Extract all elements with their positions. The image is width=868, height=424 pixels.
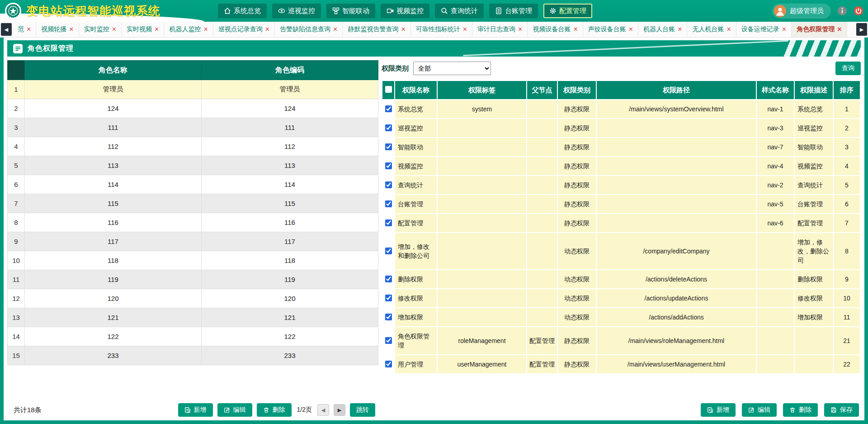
role-delete-button[interactable]: 删除	[257, 403, 292, 417]
permission-row[interactable]: 巡视监控静态权限nav-3巡视监控2	[382, 119, 860, 137]
role-name-cell: 121	[25, 308, 202, 327]
permission-checkbox-cell	[382, 233, 394, 269]
tab-8[interactable]: 可靠性指标统计×	[411, 22, 472, 37]
tab-11[interactable]: 声纹设备台账×	[583, 22, 638, 37]
permission-row[interactable]: 删除权限动态权限/actions/deleteActions删除权限9	[382, 270, 860, 288]
row-checkbox[interactable]	[385, 295, 392, 301]
tab-close-icon[interactable]: ×	[782, 26, 786, 33]
user-menu[interactable]: 超级管理员	[772, 4, 831, 19]
role-row[interactable]: 5113113	[8, 156, 378, 175]
tab-1[interactable]: 视频轮播×	[36, 22, 79, 37]
tab-13[interactable]: 无人机台账×	[687, 22, 736, 37]
tab-7[interactable]: 静默监视告警查询×	[343, 22, 410, 37]
permission-add-button[interactable]: 新增	[701, 403, 736, 417]
role-row[interactable]: 7115115	[8, 194, 378, 213]
tab-15[interactable]: 角色权限管理×	[792, 22, 847, 37]
info-button[interactable]	[837, 6, 847, 16]
nav-button-ledger-management[interactable]: 台账管理	[489, 4, 538, 18]
row-checkbox[interactable]	[385, 124, 392, 131]
role-row[interactable]: 2124124	[8, 99, 378, 118]
tab-close-icon[interactable]: ×	[203, 26, 208, 33]
tab-close-icon[interactable]: ×	[726, 26, 731, 33]
row-checkbox[interactable]	[385, 143, 392, 150]
nav-button-query-statistics[interactable]: 查询统计	[435, 4, 484, 18]
tab-6[interactable]: 告警缺陷信息查询×	[275, 22, 343, 37]
tab-4[interactable]: 机器人监控×	[164, 22, 213, 37]
tab-2[interactable]: 实时监控×	[79, 22, 122, 37]
tab-close-icon[interactable]: ×	[333, 26, 337, 33]
role-row[interactable]: 4112112	[8, 137, 378, 156]
nav-button-video-monitor[interactable]: 视频监控	[381, 4, 429, 18]
role-row[interactable]: 13121121	[8, 308, 378, 327]
role-row[interactable]: 14122122	[8, 327, 378, 346]
permission-type-select[interactable]: 全部	[413, 62, 491, 75]
permission-row[interactable]: 智能联动静态权限nav-7智能联动3	[382, 138, 860, 156]
nav-button-system-overview[interactable]: 系统总览	[218, 4, 267, 18]
permission-row[interactable]: 台账管理静态权限nav-5台账管理6	[382, 195, 860, 213]
permission-row[interactable]: 用户管理userManagement配置管理静态权限/main/views/us…	[382, 355, 860, 373]
permission-edit-button[interactable]: 编辑	[742, 403, 777, 417]
tab-10[interactable]: 视频设备台账×	[528, 22, 583, 37]
row-checkbox[interactable]	[385, 200, 392, 207]
role-row[interactable]: 11119119	[8, 270, 378, 289]
permission-row[interactable]: 角色权限管理roleManagement配置管理静态权限/main/views/…	[382, 327, 860, 354]
tab-12[interactable]: 机器人台账×	[638, 22, 687, 37]
tabs-scroll-right-button[interactable]: ▶	[856, 23, 867, 36]
tab-close-icon[interactable]: ×	[629, 26, 633, 33]
tab-close-icon[interactable]: ×	[518, 26, 522, 33]
permission-row[interactable]: 系统总览system静态权限/main/views/systemOverview…	[382, 100, 860, 118]
permission-row[interactable]: 视频监控静态权限nav-4视频监控4	[382, 157, 860, 175]
tab-close-icon[interactable]: ×	[155, 26, 159, 33]
role-row[interactable]: 1管理员管理员	[8, 80, 378, 99]
tab-5[interactable]: 巡视点记录查询×	[213, 22, 275, 37]
permission-row[interactable]: 增加权限动态权限/actions/addActions增加权限11	[382, 308, 860, 326]
tab-14[interactable]: 设备运维记录×	[736, 22, 792, 37]
tab-close-icon[interactable]: ×	[69, 26, 73, 33]
role-row[interactable]: 6114114	[8, 175, 378, 194]
role-row[interactable]: 3111111	[8, 118, 378, 137]
row-checkbox[interactable]	[385, 105, 392, 112]
role-row[interactable]: 12120120	[8, 289, 378, 308]
role-row[interactable]: 15233233	[8, 346, 378, 365]
role-row[interactable]: 10118118	[8, 251, 378, 270]
tab-close-icon[interactable]: ×	[678, 26, 682, 33]
role-edit-button[interactable]: 编辑	[217, 403, 252, 417]
row-checkbox[interactable]	[385, 219, 392, 226]
jump-page-button[interactable]: 跳转	[350, 403, 375, 417]
tab-0[interactable]: 范×	[13, 22, 36, 37]
nav-button-patrol-monitor[interactable]: 巡视监控	[272, 4, 321, 18]
tabs-scroll-left-button[interactable]: ◀	[1, 23, 12, 36]
permission-row[interactable]: 修改权限动态权限/actions/updateActions修改权限10	[382, 289, 860, 307]
permission-delete-button[interactable]: 删除	[783, 403, 818, 417]
row-checkbox[interactable]	[385, 314, 392, 320]
permission-save-button[interactable]: 保存	[824, 403, 859, 417]
nav-button-config-management[interactable]: 配置管理	[543, 4, 592, 18]
permission-row[interactable]: 配置管理静态权限nav-6配置管理7	[382, 214, 860, 232]
nav-button-smart-linkage[interactable]: 智能联动	[326, 4, 375, 18]
role-row[interactable]: 9117117	[8, 232, 378, 251]
tab-close-icon[interactable]: ×	[265, 26, 269, 33]
row-checkbox[interactable]	[385, 248, 392, 254]
tab-close-icon[interactable]: ×	[112, 26, 116, 33]
select-all-checkbox[interactable]	[385, 86, 392, 93]
row-checkbox[interactable]	[385, 337, 392, 344]
permission-row[interactable]: 查询统计静态权限nav-2查询统计5	[382, 176, 860, 194]
tab-9[interactable]: 审计日志查询×	[472, 22, 528, 37]
tab-close-icon[interactable]: ×	[573, 26, 577, 33]
row-checkbox[interactable]	[385, 181, 392, 188]
logout-button[interactable]	[854, 6, 863, 16]
tab-close-icon[interactable]: ×	[401, 26, 405, 33]
role-add-button[interactable]: 新增	[178, 403, 213, 417]
role-row[interactable]: 8116116	[8, 213, 378, 232]
row-checkbox[interactable]	[385, 276, 392, 282]
prev-page-button[interactable]: ◀	[317, 404, 329, 416]
query-button[interactable]: 查询	[835, 62, 861, 75]
tab-3[interactable]: 实时视频×	[122, 22, 164, 37]
tab-close-icon[interactable]: ×	[27, 26, 31, 33]
tab-close-icon[interactable]: ×	[463, 26, 467, 33]
permission-row[interactable]: 增加，修改和删除公司动态权限/company/editCompany增加，修改，…	[382, 233, 860, 269]
row-checkbox[interactable]	[385, 162, 392, 169]
tab-close-icon[interactable]: ×	[837, 26, 841, 33]
row-checkbox[interactable]	[385, 361, 392, 367]
next-page-button[interactable]: ▶	[334, 404, 345, 416]
